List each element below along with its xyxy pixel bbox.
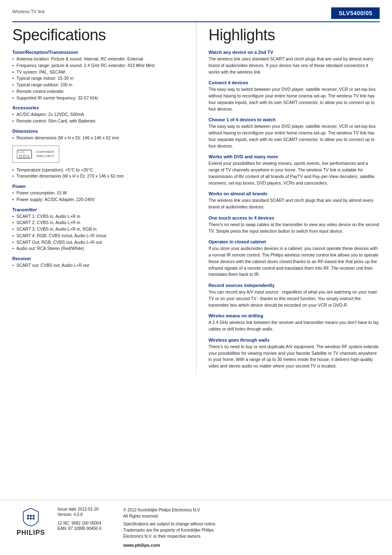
temperature-item: Transmitter dimensions (W x H x D): 270 … [12,173,184,180]
power-item: Power consumption: 15 W [12,190,184,197]
accessories-list: AC/DC Adaptor: 2x 12VDC, 500mA Remote co… [12,111,184,125]
tuner-title: Tuner/Reception/Transmission [12,50,184,55]
highlight-dvd-more-title: Works with DVD and many more [209,154,380,159]
version: Version: 4.0.8 [58,512,115,517]
disclaimer-text: Specifications are subject to change wit… [123,521,380,539]
tuner-section: Tuner/Reception/Transmission Antenna loc… [12,50,184,101]
receiver-section: Receiver SCART out: CVBS out, Audio L+R … [12,256,184,269]
tuner-item: Frequency range: picture & sound: 2.4 GH… [12,62,184,69]
footer: PHILIPS Issue date 2012-01-20 Version: 4… [0,500,392,555]
highlight-no-drilling: Wireles means no drilling A 2.4 GHz wire… [209,313,380,333]
highlight-one-touch-text: There's no need to swap cables at the tr… [209,222,380,235]
model-badge: SLV5400/05 [331,7,380,19]
transmitter-section: Transmitter SCART 1: CVBS in, Audio L+R … [12,207,184,252]
main-content: Specifications Tuner/Reception/Transmiss… [0,22,392,375]
svg-point-3 [23,155,25,157]
svg-point-2 [19,155,22,157]
nc-label: 12 NC: 9082 100 05004 [58,521,115,525]
website: www.philips.com [123,542,380,549]
dimensions-section: Dimensions Receiver dimensions (W x H x … [12,129,184,141]
highlight-record-sources-title: Record sources independently [209,283,380,288]
tuner-list: Antenna location: Picture & sound: Inter… [12,56,184,101]
philips-wordmark: PHILIPS [16,529,45,536]
specs-column: Specifications Tuner/Reception/Transmiss… [12,22,184,375]
temperature-item: Temperature (operation): +5°C to +35°C [12,167,184,173]
device-icon-box: R G B COMPONENT VIDEO INPUT [12,146,59,163]
transmitter-item: SCART 1: CVBS in, Audio L+R in [12,213,184,220]
page-label: Wireless TV link [12,7,45,14]
power-title: Power [12,184,184,189]
ean-label: EAN: 87 10895 90450 6 [58,526,115,531]
accessories-item: AC/DC Adaptor: 2x 12VDC, 500mA [12,111,184,118]
issue-date: Issue date 2012-01-20 [58,507,115,511]
highlight-one-touch: One touch access to 4 devices There's no… [209,215,380,235]
receiver-list: SCART out: CVBS out, Audio L+R out [12,262,184,269]
highlights-title: Highlights [209,26,380,44]
highlights-column: Highlights Watch any device on a 2nd TV … [196,22,380,375]
highlight-through-walls-text: There's no need to buy or rent duplicate… [209,344,380,370]
footer-info: Issue date 2012-01-20 Version: 4.0.8 12 … [58,507,115,531]
highlight-all-brands-text: The wireless link uses standard SCART an… [209,197,380,210]
highlight-all-brands: Works on almost all brands The wireless … [209,191,380,210]
highlight-closed-cabinet-title: Operates in closed cabinet [209,239,380,244]
philips-logo: PHILIPS [12,507,49,536]
highlight-watch-any-text: The wireless link uses standard SCART an… [209,56,380,75]
highlight-closed-cabinet-text: If you store your audio/video devices in… [209,245,380,278]
transmitter-item: Audio out: RCA Stereo (Red/White) [12,245,184,252]
highlight-dvd-more-text: Extend your possibilities for viewing mo… [209,160,380,186]
highlight-no-drilling-title: Wireles means no drilling [209,313,380,318]
device-icon-label: COMPONENT VIDEO INPUT [36,150,55,157]
svg-point-10 [30,517,32,519]
svg-text:R G B: R G B [18,151,24,153]
highlight-watch-any: Watch any device on a 2nd TV The wireles… [209,50,380,75]
power-item: Power supply: AC/DC Adapter, 220-240V [12,197,184,203]
specs-title: Specifications [12,26,184,44]
temperature-section: Temperature (operation): +5°C to +35°C T… [12,167,184,180]
highlight-record-sources: Record sources independently You can rec… [209,283,380,308]
highlight-through-walls-title: Wireless goes through walls [209,338,380,342]
transmitter-item: SCART 4: RGB, CVBS in/out, Audio L+R in/… [12,233,184,239]
transmitter-item: SCART Out: RGB, CVBS out, Audio L+R out [12,239,184,246]
highlight-watch-any-title: Watch any device on a 2nd TV [209,50,380,55]
dimensions-list: Receiver dimensions (W x H x D): 146 x 1… [12,135,184,141]
device-icon-area: R G B COMPONENT VIDEO INPUT [12,146,184,163]
svg-point-9 [27,517,29,519]
highlight-one-touch-title: One touch access to 4 devices [209,215,380,220]
tuner-item: Antenna location: Picture & sound: Inter… [12,56,184,62]
rgb-icon: R G B [17,148,32,160]
accessories-title: Accessories [12,105,184,110]
svg-point-6 [27,515,29,517]
tuner-item: Remote control extender [12,88,184,95]
receiver-item: SCART out: CVBS out, Audio L+R out [12,262,184,269]
highlight-connect4: Connect 4 devices The easy way to switch… [209,80,380,112]
highlight-choose1of4-text: The easy way to switch between your DVD … [209,123,380,149]
highlight-choose1of4-title: Choose 1 of 4 devices to watch [209,117,380,122]
highlight-dvd-more: Works with DVD and many more Extend your… [209,154,380,186]
copyright-text: © 2012 Koninklijke Philips Electronics N… [123,507,380,519]
highlight-no-drilling-text: A 2.4 GHz wireless link between the rece… [209,319,380,333]
highlight-connect4-text: The easy way to switch between your DVD … [209,86,380,112]
transmitter-list: SCART 1: CVBS in, Audio L+R in SCART 2: … [12,213,184,252]
svg-point-11 [32,517,35,519]
accessories-section: Accessories AC/DC Adaptor: 2x 12VDC, 500… [12,105,184,125]
accessories-item: Remote control: Slim Card, with Batterie… [12,118,184,125]
power-list: Power consumption: 15 W Power supply: AC… [12,190,184,203]
power-section: Power Power consumption: 15 W Power supp… [12,184,184,203]
temperature-list: Temperature (operation): +5°C to +35°C T… [12,167,184,180]
tuner-item: Typical range indoor: 15-30 m [12,75,184,82]
tuner-item: Typical range outdoor: 100 m [12,82,184,88]
tuner-item: TV system: PAL, SECAM [12,69,184,76]
dimensions-title: Dimensions [12,129,184,134]
highlight-all-brands-title: Works on almost all brands [209,191,380,196]
transmitter-item: SCART 2: CVBS in, Audio L+R in [12,220,184,226]
highlight-closed-cabinet: Operates in closed cabinet If you store … [209,239,380,278]
transmitter-title: Transmitter [12,207,184,212]
page: Wireless TV link SLV5400/05 Specificatio… [0,0,392,555]
svg-point-4 [27,155,29,157]
receiver-title: Receiver [12,256,184,261]
highlight-connect4-title: Connect 4 devices [209,80,380,85]
philips-shield-icon [21,507,41,527]
header: Wireless TV link SLV5400/05 [0,0,392,19]
svg-point-7 [30,515,32,517]
footer-copy: © 2012 Koninklijke Philips Electronics N… [123,507,380,549]
